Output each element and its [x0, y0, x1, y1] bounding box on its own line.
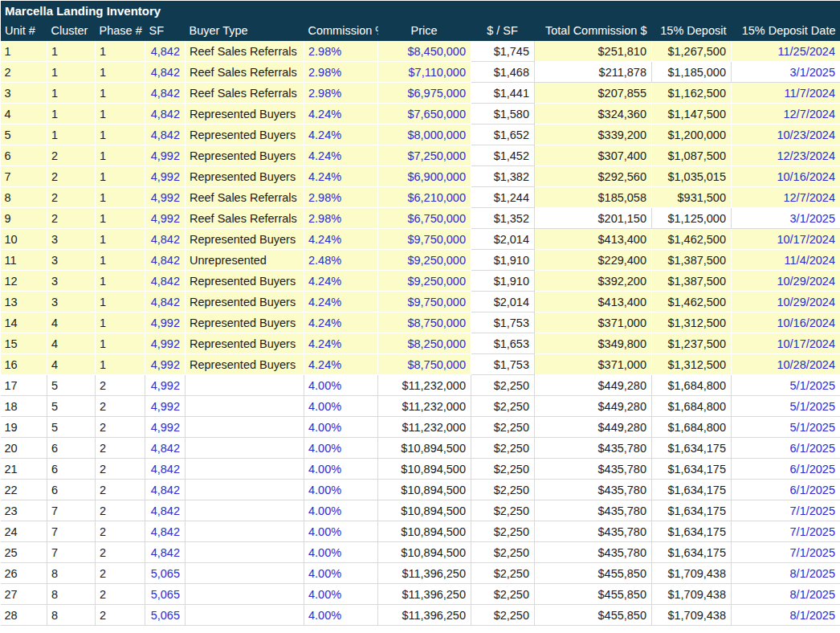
col-header-price: Price: [378, 20, 471, 41]
cell-price: $11,232,000: [378, 396, 471, 417]
cell-unit: 24: [1, 521, 47, 542]
cell-psf: $1,753: [471, 312, 535, 333]
cell-date: 5/1/2025: [732, 417, 840, 438]
cell-sf: 4,842: [145, 500, 186, 521]
cell-unit: 9: [1, 208, 47, 229]
cell-total: $185,058: [535, 187, 652, 208]
cell-total: $413,400: [535, 292, 652, 312]
cell-comm: 4.24%: [304, 125, 378, 145]
cell-total: $435,780: [535, 521, 652, 542]
table-row: 15414,992Represented Buyers4.24%$8,250,0…: [1, 333, 840, 354]
cell-psf: $1,468: [471, 62, 535, 83]
cell-total: $449,280: [535, 417, 652, 438]
cell-phase: 2: [96, 459, 145, 480]
cell-phase: 2: [96, 605, 145, 626]
table-row: 24724,8424.00%$10,894,500$2,250$435,780$…: [1, 521, 840, 542]
cell-buyer: [186, 459, 304, 480]
cell-comm: 2.48%: [304, 250, 378, 271]
cell-sf: 4,992: [145, 312, 186, 333]
cell-price: $6,975,000: [378, 83, 471, 104]
cell-phase: 1: [96, 229, 145, 250]
cell-buyer: Unrepresented: [186, 250, 304, 271]
cell-phase: 1: [96, 333, 145, 354]
cell-comm: 4.24%: [304, 104, 378, 125]
table-row: 9214,992Reef Sales Referrals2.98%$6,750,…: [1, 208, 840, 229]
cell-total: $211,878: [535, 62, 652, 83]
col-header-phase: Phase #: [96, 20, 145, 41]
cell-total: $371,000: [535, 312, 652, 333]
cell-phase: 2: [96, 584, 145, 605]
cell-sf: 4,842: [145, 292, 186, 312]
table-header-row: Unit #ClusterPhase #SFBuyer TypeCommissi…: [1, 20, 840, 41]
cell-buyer: Represented Buyers: [186, 125, 304, 145]
cell-unit: 13: [1, 292, 47, 312]
cell-cluster: 5: [47, 396, 96, 417]
cell-price: $8,750,000: [378, 312, 471, 333]
cell-cluster: 3: [47, 292, 96, 312]
cell-comm: 4.24%: [304, 271, 378, 292]
cell-total: $292,560: [535, 166, 652, 187]
cell-deposit: $1,387,500: [652, 250, 732, 271]
cell-price: $8,250,000: [378, 333, 471, 354]
cell-comm: 4.24%: [304, 166, 378, 187]
cell-comm: 2.98%: [304, 62, 378, 83]
cell-psf: $1,382: [471, 166, 535, 187]
cell-unit: 7: [1, 166, 47, 187]
cell-buyer: [186, 396, 304, 417]
cell-deposit: $1,709,438: [652, 584, 732, 605]
col-header-cluster: Cluster: [47, 20, 96, 41]
cell-price: $6,210,000: [378, 187, 471, 208]
cell-psf: $2,250: [471, 480, 535, 500]
table-row: 13314,842Represented Buyers4.24%$9,750,0…: [1, 292, 840, 312]
cell-psf: $2,250: [471, 500, 535, 521]
table-row: 5114,842Represented Buyers4.24%$8,000,00…: [1, 125, 840, 145]
cell-cluster: 2: [47, 145, 96, 166]
cell-buyer: [186, 584, 304, 605]
cell-price: $8,450,000: [378, 41, 471, 62]
cell-cluster: 6: [47, 438, 96, 459]
cell-unit: 28: [1, 605, 47, 626]
cell-unit: 6: [1, 145, 47, 166]
cell-price: $8,750,000: [378, 354, 471, 375]
table-row: 12314,842Represented Buyers4.24%$9,250,0…: [1, 271, 840, 292]
cell-cluster: 7: [47, 500, 96, 521]
cell-deposit: $1,709,438: [652, 605, 732, 626]
cell-buyer: Represented Buyers: [186, 229, 304, 250]
col-header-deposit: 15% Deposit: [652, 20, 732, 41]
cell-phase: 2: [96, 417, 145, 438]
cell-unit: 15: [1, 333, 47, 354]
cell-total: $413,400: [535, 229, 652, 250]
cell-total: $435,780: [535, 542, 652, 563]
cell-sf: 5,065: [145, 584, 186, 605]
cell-cluster: 3: [47, 250, 96, 271]
cell-unit: 2: [1, 62, 47, 83]
cell-total: $392,200: [535, 271, 652, 292]
cell-deposit: $1,387,500: [652, 271, 732, 292]
cell-buyer: [186, 542, 304, 563]
cell-psf: $2,250: [471, 438, 535, 459]
cell-deposit: $1,684,800: [652, 417, 732, 438]
cell-sf: 4,992: [145, 375, 186, 396]
cell-phase: 1: [96, 250, 145, 271]
cell-psf: $1,910: [471, 250, 535, 271]
cell-sf: 5,065: [145, 563, 186, 584]
col-header-date: 15% Deposit Date: [732, 20, 840, 41]
cell-sf: 4,842: [145, 104, 186, 125]
cell-deposit: $1,125,000: [652, 208, 732, 229]
col-header-total: Total Commission $: [535, 20, 652, 41]
cell-date: 12/7/2024: [732, 187, 840, 208]
cell-deposit: $1,200,000: [652, 125, 732, 145]
cell-psf: $1,652: [471, 125, 535, 145]
cell-buyer: Represented Buyers: [186, 166, 304, 187]
cell-buyer: [186, 480, 304, 500]
cell-total: $324,360: [535, 104, 652, 125]
cell-unit: 10: [1, 229, 47, 250]
table-row: 7214,992Represented Buyers4.24%$6,900,00…: [1, 166, 840, 187]
cell-cluster: 2: [47, 208, 96, 229]
cell-sf: 4,992: [145, 145, 186, 166]
cell-price: $10,894,500: [378, 480, 471, 500]
cell-comm: 4.24%: [304, 354, 378, 375]
table-row: 25724,8424.00%$10,894,500$2,250$435,780$…: [1, 542, 840, 563]
table-row: 16414,992Represented Buyers4.24%$8,750,0…: [1, 354, 840, 375]
cell-comm: 4.24%: [304, 145, 378, 166]
